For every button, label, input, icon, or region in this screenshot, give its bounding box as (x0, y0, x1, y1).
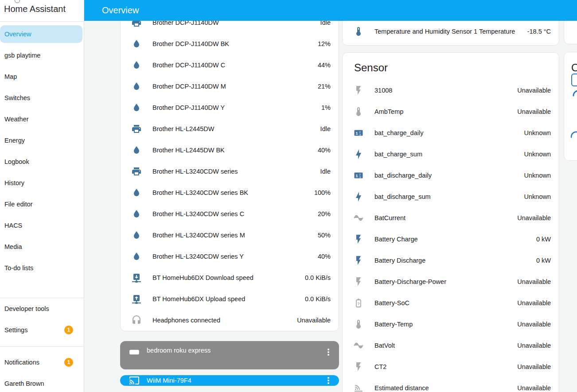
sidebar-item-developer-tools[interactable]: Developer tools (0, 298, 84, 319)
entity-row-temperature-and-humidity-sensor-1-temperature[interactable]: Temperature and Humidity Sensor 1 Temper… (343, 21, 559, 42)
entity-row-bat-discharge-sum[interactable]: bat_discharge_sum Unknown (343, 186, 559, 207)
entity-row-brother-dcp-j1140dw-y[interactable]: Brother DCP-J1140DW Y 1% (121, 97, 339, 118)
entity-row-ct2[interactable]: CT2 Unavailable (343, 356, 559, 377)
entity-row-bt-homehub6dx-download-speed[interactable]: BT HomeHub6DX Download speed 0.0 KiB/s (121, 267, 339, 288)
entity-state: 0.0 KiB/s (305, 274, 331, 281)
entity-state: Unavailable (517, 108, 551, 115)
entity-state: 100% (314, 189, 331, 196)
entity-row-battery-soc[interactable]: ? Battery-SoC Unavailable (343, 292, 559, 314)
sidebar-item-gareth-brown[interactable]: Gareth Brown (0, 373, 84, 392)
entity-state: Unavailable (297, 317, 331, 324)
entity-name: CT2 (374, 363, 512, 370)
entity-state: Unavailable (517, 342, 551, 349)
entity-name: Brother HL-L3240CDW series Y (152, 253, 312, 260)
sidebar-item-switches[interactable]: Switches (0, 87, 84, 109)
entity-name: bat_discharge_daily (374, 172, 519, 179)
sensor-card: Sensor 31008 Unavailable AmbTemp Unavail… (342, 52, 559, 392)
entity-state: Unknown (524, 129, 551, 136)
sidebar-item-label: History (4, 179, 24, 186)
entity-row-battery-charge[interactable]: Battery Charge 0 kW (343, 229, 559, 250)
sidebar-item-label: Map (4, 73, 17, 80)
lightning-bolt-icon (353, 149, 364, 159)
water-icon (131, 60, 142, 70)
thermometer-icon (353, 319, 364, 330)
entity-row-brother-hl-l3240cdw-series[interactable]: Brother HL-L3240CDW series Idle (121, 161, 339, 182)
entity-row-battery-discharge-power[interactable]: Battery-Discharge-Power Unavailable (343, 271, 559, 292)
entity-row-brother-hl-l2445dw[interactable]: Brother HL-L2445DW Idle (121, 118, 339, 140)
sidebar-item-logbook[interactable]: Logbook (0, 151, 84, 172)
entity-name: BT HomeHub6DX Download speed (152, 274, 300, 281)
sidebar-item-label: Settings (4, 326, 27, 334)
entity-name: Brother HL-L3240CDW series BK (152, 189, 309, 196)
svg-text:?: ? (357, 301, 360, 306)
sidebar-item-hacs[interactable]: HACS (0, 215, 84, 236)
entity-row-brother-hl-l3240cdw-series-bk[interactable]: Brother HL-L3240CDW series BK 100% (121, 182, 339, 203)
sidebar-nav-tools: Developer tools Settings 1 (0, 298, 84, 341)
more-options-button[interactable] (323, 375, 334, 386)
entity-row-ambtemp[interactable]: AmbTemp Unavailable (343, 101, 559, 122)
entity-row-brother-hl-l3240cdw-series-y[interactable]: Brother HL-L3240CDW series Y 40% (121, 246, 339, 267)
entity-name: 31008 (374, 87, 512, 94)
sidebar-item-gsb-playtime[interactable]: gsb playtime (0, 45, 84, 66)
sidebar-item-media[interactable]: Media (0, 236, 84, 257)
entity-row-brother-hl-l3240cdw-series-c[interactable]: Brother HL-L3240CDW series C 20% (121, 203, 339, 225)
water-icon (131, 102, 142, 113)
entity-state: 40% (318, 147, 331, 154)
entity-name: Headphones connected (152, 317, 292, 324)
sidebar-item-label: To-do lists (4, 264, 33, 272)
svg-text:3: 3 (359, 176, 361, 179)
sidebar-item-to-do-lists[interactable]: To-do lists (0, 257, 84, 279)
signal-distance-icon (353, 383, 364, 392)
entity-name: Brother DCP-J1140DW M (152, 83, 312, 90)
entity-row-brother-dcp-j1140dw-bk[interactable]: Brother DCP-J1140DW BK 12% (121, 33, 339, 54)
entity-state: Idle (320, 168, 331, 175)
media-player-name: WiiM Mini-79F4 (147, 377, 323, 384)
entity-name: Brother DCP-J1140DW BK (152, 40, 312, 47)
media-player-name: bedroom roku express (147, 347, 323, 354)
sidebar-item-history[interactable]: History (0, 172, 84, 194)
water-icon (131, 39, 142, 49)
entity-row-headphones-connected[interactable]: Headphones connected Unavailable (121, 310, 339, 331)
thermometer-icon (353, 106, 364, 117)
entity-row-batcurrent[interactable]: BatCurrent Unavailable (343, 207, 559, 229)
sidebar-item-file-editor[interactable]: File editor (0, 194, 84, 215)
sidebar-item-overview[interactable]: Overview (0, 25, 82, 43)
entity-row-brother-dcp-j1140dw-c[interactable]: Brother DCP-J1140DW C 44% (121, 54, 339, 76)
entity-row-battery-temp[interactable]: Battery-Temp Unavailable (343, 314, 559, 335)
media-player-card[interactable]: bedroom roku express (120, 341, 339, 369)
entity-name: Brother HL-L3240CDW series M (152, 232, 312, 239)
entity-name: Brother HL-L2445DW (152, 125, 315, 132)
entity-row-bat-charge-daily[interactable]: 123 bat_charge_daily Unknown (343, 122, 559, 144)
entity-name: Battery Discharge (374, 257, 531, 264)
entity-state: Unavailable (517, 214, 551, 221)
entity-name: Estimated distance (374, 384, 512, 392)
sidebar-divider (0, 21, 84, 22)
entity-row-batvolt[interactable]: BatVolt Unavailable (343, 335, 559, 356)
entity-name: Battery-SoC (374, 299, 512, 307)
entity-row-bat-discharge-daily[interactable]: 123 bat_discharge_daily Unknown (343, 165, 559, 186)
entity-row-brother-hl-l2445dw-bk[interactable]: Brother HL-L2445DW BK 40% (121, 140, 339, 161)
counter-icon: 123 (353, 170, 364, 181)
water-icon (131, 187, 142, 198)
entity-row-brother-hl-l3240cdw-series-m[interactable]: Brother HL-L3240CDW series M 50% (121, 225, 339, 246)
entity-row-battery-discharge[interactable]: Battery Discharge 0 kW (343, 250, 559, 271)
entity-row-bt-homehub6dx-upload-speed[interactable]: BT HomeHub6DX Upload speed 0.0 KiB/s (121, 288, 339, 310)
entity-row-brother-dcp-j1140dw-m[interactable]: Brother DCP-J1140DW M 21% (121, 76, 339, 97)
entity-name: BT HomeHub6DX Upload speed (152, 295, 300, 303)
sidebar-item-energy[interactable]: Energy (0, 130, 84, 151)
sidebar-item-label: Developer tools (4, 305, 49, 312)
entity-row-bat-charge-sum[interactable]: bat_charge_sum Unknown (343, 144, 559, 165)
more-options-button[interactable] (323, 347, 334, 357)
partial-icon-fragment (572, 89, 577, 97)
entity-row-estimated-distance[interactable]: Estimated distance Unavailable (343, 377, 559, 392)
sidebar-item-map[interactable]: Map (0, 66, 84, 87)
entity-state: -18.5 °C (527, 28, 551, 35)
sidebar-item-weather[interactable]: Weather (0, 109, 84, 130)
sidebar-item-label: Notifications (4, 359, 39, 366)
sidebar-item-notifications[interactable]: Notifications 1 (0, 352, 84, 373)
sidebar-item-settings[interactable]: Settings 1 (0, 319, 84, 341)
entity-state: 40% (318, 253, 331, 260)
media-player-card[interactable]: WiiM Mini-79F4 (120, 375, 339, 386)
app-title: Home Assistant (4, 4, 66, 14)
entity-row-31008[interactable]: 31008 Unavailable (343, 80, 559, 101)
